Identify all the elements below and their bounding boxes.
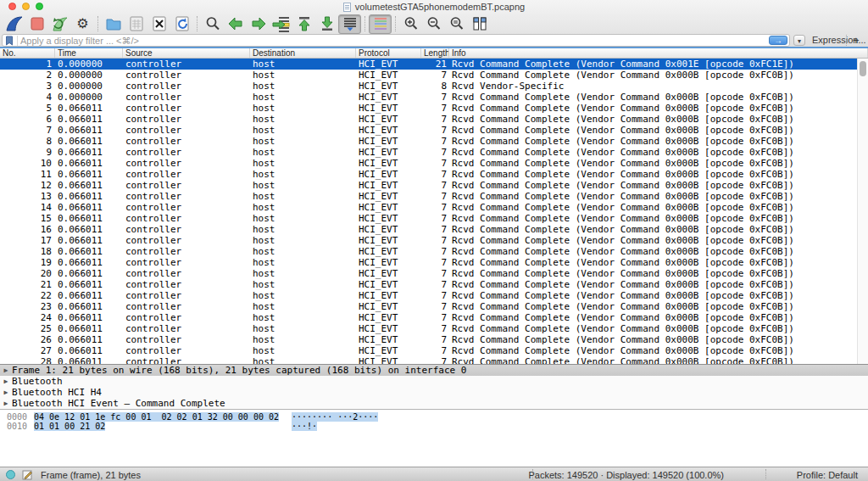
go-forward-button[interactable] [247,14,270,34]
packet-row[interactable]: 50.066011controllerhostHCI_EVT7Rcvd Comm… [0,103,857,114]
colorize-toggle[interactable] [369,14,392,34]
auto-scroll-toggle[interactable] [338,14,361,34]
packet-row[interactable]: 240.066011controllerhostHCI_EVT7Rcvd Com… [0,312,857,323]
packet-row[interactable]: 110.066011controllerhostHCI_EVT7Rcvd Com… [0,169,857,180]
packet-row[interactable]: 270.066011controllerhostHCI_EVT7Rcvd Com… [0,345,857,356]
packet-row[interactable]: 210.066011controllerhostHCI_EVT7Rcvd Com… [0,279,857,290]
expert-info-button[interactable] [6,470,15,479]
cell-no: 7 [0,125,55,136]
packet-row[interactable]: 100.066011controllerhostHCI_EVT7Rcvd Com… [0,158,857,169]
packet-row[interactable]: 260.066011controllerhostHCI_EVT7Rcvd Com… [0,334,857,345]
hex-bytes[interactable]: 04 0e 12 01 1e fc 00 01 02 02 01 32 00 0… [34,412,279,422]
save-file-button[interactable] [125,14,147,34]
resize-columns-button[interactable] [468,14,491,34]
go-to-packet-button[interactable] [270,14,292,34]
zoom-normal-button[interactable] [445,14,468,34]
stop-capture-button[interactable] [25,14,48,34]
packet-row[interactable]: 20.000000controllerhostHCI_EVT7Rcvd Comm… [0,70,857,81]
status-bar: Frame (frame), 21 bytes Packets: 149520 … [0,467,868,481]
cell-no: 26 [0,334,55,345]
scrollbar-thumb[interactable] [860,61,866,76]
display-filter-input[interactable] [20,35,769,46]
cell-protocol: HCI_EVT [356,268,421,279]
packet-list-scrollbar[interactable] [857,59,868,364]
column-header-protocol[interactable]: Protocol [356,48,421,58]
hex-row[interactable]: 0010 01 01 00 21 02 ···!· [0,422,868,431]
disclosure-triangle-icon[interactable]: ▶ [0,376,12,387]
hex-bytes[interactable]: 01 01 00 21 02 [34,422,105,431]
packet-row[interactable]: 150.066011controllerhostHCI_EVT7Rcvd Com… [0,213,857,224]
cell-no: 20 [0,268,55,279]
reload-file-button[interactable] [170,14,193,34]
capture-comment-icon[interactable] [22,469,33,480]
packet-row[interactable]: 70.066011controllerhostHCI_EVT7Rcvd Comm… [0,125,857,136]
find-packet-button[interactable] [201,14,224,34]
packet-row[interactable]: 140.066011controllerhostHCI_EVT7Rcvd Com… [0,202,857,213]
column-header-no[interactable]: No. [0,48,55,58]
cell-destination: host [250,180,356,191]
cell-no: 5 [0,103,55,114]
disclosure-triangle-icon[interactable]: ▶ [0,387,12,398]
packet-row[interactable]: 250.066011controllerhostHCI_EVT7Rcvd Com… [0,323,857,334]
packet-row[interactable]: 160.066011controllerhostHCI_EVT7Rcvd Com… [0,224,857,235]
packet-row[interactable]: 190.066011controllerhostHCI_EVT7Rcvd Com… [0,257,857,268]
cell-length: 7 [421,114,449,125]
packet-row[interactable]: 90.066011controllerhostHCI_EVT7Rcvd Comm… [0,147,857,158]
packet-row[interactable]: 130.066011controllerhostHCI_EVT7Rcvd Com… [0,191,857,202]
filter-bookmark-icon[interactable] [5,36,18,46]
status-profile[interactable]: Profile: Default [797,469,858,481]
zoom-out-button[interactable] [422,14,445,34]
detail-row-hci-event[interactable]: ▶ Bluetooth HCI Event – Command Complete [0,398,868,409]
packet-row[interactable]: 60.066011controllerhostHCI_EVT7Rcvd Comm… [0,114,857,125]
close-file-button[interactable] [147,14,170,34]
packet-row[interactable]: 200.066011controllerhostHCI_EVT7Rcvd Com… [0,268,857,279]
restart-capture-button[interactable] [48,14,71,34]
cell-source: controller [123,323,250,334]
cell-length: 7 [421,213,449,224]
column-header-destination[interactable]: Destination [250,48,356,58]
disclosure-triangle-icon[interactable]: ▶ [0,365,12,376]
packet-row[interactable]: 30.000000controllerhostHCI_EVT8Rcvd Vend… [0,81,857,92]
filter-history-dropdown[interactable]: ▾ [793,35,805,46]
zoom-in-button[interactable] [399,14,422,34]
packet-row[interactable]: 80.066011controllerhostHCI_EVT7Rcvd Comm… [0,136,857,147]
hex-ascii[interactable]: ···!· [292,422,317,431]
cell-info: Rcvd Command Complete (Vendor Command 0x… [449,279,857,290]
packet-row[interactable]: 230.066011controllerhostHCI_EVT7Rcvd Com… [0,301,857,312]
open-file-button[interactable] [102,14,125,34]
go-back-button[interactable] [224,14,247,34]
go-to-bottom-button[interactable] [315,14,338,34]
detail-row-hci-h4[interactable]: ▶ Bluetooth HCI H4 [0,387,868,398]
column-header-source[interactable]: Source [123,48,250,58]
packet-row[interactable]: 40.000000controllerhostHCI_EVT7Rcvd Comm… [0,92,857,103]
packet-row[interactable]: 170.066011controllerhostHCI_EVT7Rcvd Com… [0,235,857,246]
filter-separator [846,35,847,46]
cell-info: Rcvd Command Complete (Vendor Command 0x… [449,92,857,103]
column-header-info[interactable]: Info [449,48,868,58]
detail-row-frame[interactable]: ▶ Frame 1: 21 bytes on wire (168 bits), … [0,365,868,376]
disclosure-triangle-icon[interactable]: ▶ [0,398,12,409]
cell-info: Rcvd Command Complete (Vendor Command 0x… [449,169,857,180]
packet-row[interactable]: 220.066011controllerhostHCI_EVT7Rcvd Com… [0,290,857,301]
packet-row[interactable]: 10.000000controllerhostHCI_EVT21Rcvd Com… [0,59,857,70]
stop-square-icon [29,15,46,32]
hex-offset: 0010 [7,422,29,431]
hex-ascii[interactable]: ········ ···2···· [292,412,378,422]
packet-row[interactable]: 120.066011controllerhostHCI_EVT7Rcvd Com… [0,180,857,191]
start-capture-button[interactable] [3,14,25,34]
go-to-top-button[interactable] [292,14,315,34]
cell-protocol: HCI_EVT [356,59,421,70]
detail-row-bluetooth[interactable]: ▶ Bluetooth [0,376,868,387]
apply-filter-button[interactable]: → [769,36,787,45]
packet-row[interactable]: 180.066011controllerhostHCI_EVT7Rcvd Com… [0,246,857,257]
column-header-time[interactable]: Time [55,48,123,58]
hex-row[interactable]: 0000 04 0e 12 01 1e fc 00 01 02 02 01 32… [0,412,868,422]
add-filter-button[interactable]: + [853,34,860,47]
packet-row[interactable]: 280.066011controllerhostHCI_EVT7Rcvd Com… [0,356,857,364]
cell-protocol: HCI_EVT [356,279,421,290]
capture-options-button[interactable]: ⚙ [71,14,94,34]
display-filter-field[interactable]: → [2,34,790,47]
cell-protocol: HCI_EVT [356,246,421,257]
column-header-length[interactable]: Length [421,48,449,58]
cell-destination: host [250,92,356,103]
